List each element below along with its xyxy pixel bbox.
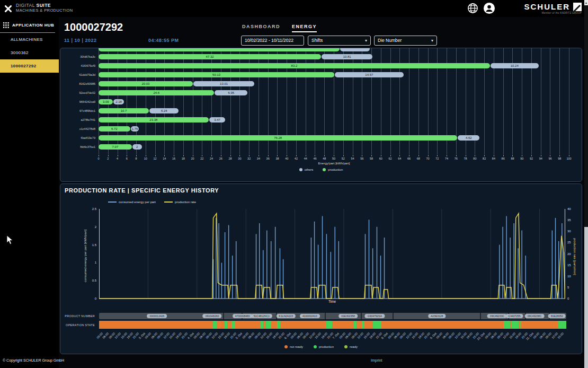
state-legend-item: production xyxy=(314,345,334,348)
product-number-pill: 09C49233C xyxy=(487,314,507,318)
legend-production-rate: production rate xyxy=(164,200,196,204)
imprint-link[interactable]: Imprint xyxy=(371,358,382,362)
not-ready-dot-icon xyxy=(284,345,288,348)
production-dot-icon xyxy=(314,345,317,348)
bar-row: 92eed7de0224.66.95 xyxy=(99,89,569,98)
product-number-pill: 51C4812NC1 xyxy=(251,314,272,318)
band-separator xyxy=(480,313,481,319)
x-tick: 82 xyxy=(483,157,486,160)
others-bar: 2 xyxy=(132,144,142,150)
production-state-segment xyxy=(326,321,332,329)
production-bar: 47.32 xyxy=(99,54,321,59)
blue-line-icon xyxy=(108,201,117,203)
production-rate-history-panel: PRODUCTION RATE | SPECIFIC ENERGY HISTOR… xyxy=(60,183,582,354)
die-number-dropdown[interactable]: Die Number ▾ xyxy=(374,36,437,46)
production-state-segment xyxy=(373,321,381,329)
tab-dashboard[interactable]: DASHBOARD xyxy=(242,24,280,32)
production-bar: 10.7 xyxy=(99,108,149,113)
yellow-line-icon xyxy=(164,201,173,203)
sidebar-item-allmachines[interactable]: ALLMACHINES xyxy=(0,33,59,46)
x-tick: 74 xyxy=(445,157,448,160)
x-tick: 98 xyxy=(558,157,561,160)
state-legend-item: not ready xyxy=(284,345,303,348)
ready-dot-icon xyxy=(344,345,348,348)
production-state-segment xyxy=(512,321,519,329)
application-hub-button[interactable]: APPLICATION HUB xyxy=(0,17,59,32)
x-tick: 86 xyxy=(502,157,505,160)
schuler-logo: SCHULER Member of the ANDRITZ GROUP xyxy=(524,2,582,14)
date-range-input[interactable]: 10/02/2022 - 10/11/2022 xyxy=(241,36,304,46)
left-y-tick: 0 xyxy=(83,297,96,300)
bar-row: 9654242ca93.092.18 xyxy=(99,98,569,107)
production-state-segment xyxy=(362,321,364,329)
product-number-pill: 09C49238C xyxy=(525,314,545,318)
bar-row: 8162e5098620.0313.01 xyxy=(99,80,569,89)
time-tick-label: 12:00 xyxy=(357,332,364,339)
bar-row: c1c44278d86.721.76 xyxy=(99,125,569,134)
others-bar: 1.76 xyxy=(131,126,139,132)
bar-row: 61ddd79a3d50.1314.57 xyxy=(99,71,569,80)
die-number-label: 9654242ca9 xyxy=(61,100,95,103)
tab-energy[interactable]: ENERGY xyxy=(292,24,317,32)
others-bar: 4.62 xyxy=(458,135,479,141)
product-number-pill: 4100002410 xyxy=(300,314,320,318)
band-separator xyxy=(361,313,362,319)
shifts-dropdown[interactable]: Shifts ▾ xyxy=(308,36,371,46)
operation-state-track xyxy=(99,321,566,329)
scrollbar-thumb[interactable] xyxy=(584,227,588,368)
bar-row: a278fe7f4123.383.47 xyxy=(99,116,569,125)
vertical-scrollbar[interactable]: ▲ xyxy=(584,0,588,368)
production-bar: 23.38 xyxy=(99,117,209,122)
history-legend: consumed energy per part production rate xyxy=(108,200,196,204)
scrollbar-up-arrow[interactable]: ▲ xyxy=(584,0,588,5)
production-state-segment xyxy=(504,321,510,329)
others-bar: 10.81 xyxy=(322,54,372,59)
user-profile-icon[interactable] xyxy=(483,2,495,14)
sidebar-item-3000362[interactable]: 3000362 xyxy=(0,46,59,59)
time-tick-label: 06:00 xyxy=(150,332,158,339)
time-tick-label: 15:00 xyxy=(168,332,176,339)
logo-suite: SUITE xyxy=(37,3,51,8)
time-tick-label: 18:00 xyxy=(466,332,474,339)
x-tick: 34 xyxy=(257,157,260,160)
right-y-tick: 30 xyxy=(567,230,578,233)
production-bar: 3.09 xyxy=(99,99,113,104)
time-tick-label: 09:00 xyxy=(254,332,261,339)
time-tick-label: 12:00 xyxy=(211,332,219,339)
close-icon[interactable] xyxy=(3,4,13,13)
legend-others: others xyxy=(299,168,314,171)
time-tick-label: 18:00 xyxy=(417,332,425,339)
x-tick: 4 xyxy=(117,157,118,160)
state-legend-label: production xyxy=(319,345,334,348)
production-state-segment xyxy=(213,321,217,329)
x-tick: 38 xyxy=(275,157,279,160)
production-state-segment xyxy=(225,321,227,329)
bar-row: f0adf19e7376.284.62 xyxy=(99,134,569,143)
die-number-label: 8162e50986 xyxy=(61,82,95,85)
globe-icon[interactable] xyxy=(467,2,479,14)
state-legend-label: not ready xyxy=(290,345,303,348)
bar-row: fbb6c37be17.072 xyxy=(99,143,569,152)
left-y-axis-label: consumed energy per part [kWh/part] xyxy=(84,216,87,295)
x-tick: 24 xyxy=(210,157,213,160)
x-tick: 52 xyxy=(342,157,345,160)
product-number-pill: C4437255 xyxy=(506,314,523,318)
time-tick-label: 15:00 xyxy=(509,332,516,339)
sidebar-item-1000027292[interactable]: 1000027292 xyxy=(0,59,59,73)
production-state-segment xyxy=(266,321,272,329)
others-bar: 2.18 xyxy=(113,99,123,104)
product-number-track-label: PRODUCT NUMBER xyxy=(61,314,95,318)
die-number-label: 41f0675ef9 xyxy=(61,64,95,67)
sidebar: APPLICATION HUB ALLMACHINES 3000362 1000… xyxy=(0,17,59,368)
x-axis-label: Energy/part [kWh/part] xyxy=(99,162,569,165)
x-tick: 8 xyxy=(136,157,137,160)
x-tick: 94 xyxy=(539,157,542,160)
band-separator xyxy=(393,313,394,319)
die-number-label: f0adf19e73 xyxy=(61,136,95,139)
time-tick-label: 15:00 xyxy=(120,332,128,339)
bar-chart-legend: others production xyxy=(60,168,582,171)
time-tick-label: 06:00 xyxy=(247,332,255,339)
x-tick: 16 xyxy=(172,157,175,160)
time-tick-label: 06:00 xyxy=(199,332,207,339)
time-tick-label: 15:00 xyxy=(412,332,419,339)
